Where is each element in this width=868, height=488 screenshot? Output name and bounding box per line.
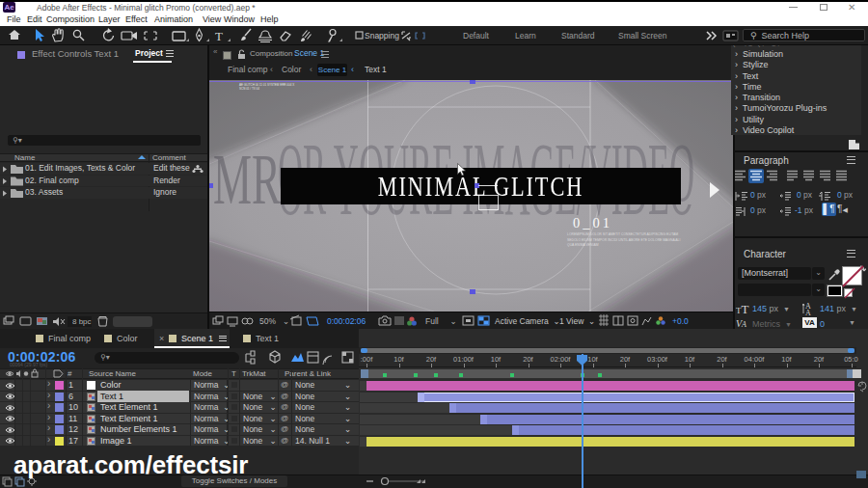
svg-text:T: T xyxy=(215,29,223,43)
svg-text:A: A xyxy=(805,309,811,316)
